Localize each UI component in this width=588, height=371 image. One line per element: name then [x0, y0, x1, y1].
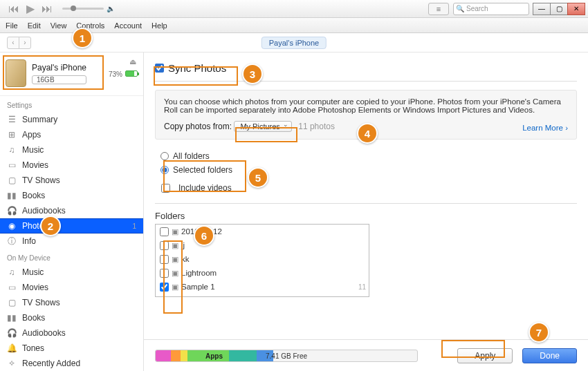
- sidebar-item-label: Books: [22, 313, 45, 323]
- device-item-music[interactable]: ♫Music: [0, 265, 143, 280]
- folder-row[interactable]: ▣ jj: [156, 238, 369, 252]
- list-view-button[interactable]: ≡: [428, 3, 449, 15]
- sidebar-item-music[interactable]: ♫Music: [0, 142, 143, 158]
- storage-free-label: 7.41 GB Free: [266, 350, 307, 362]
- sidebar-item-movies[interactable]: ▭Movies: [0, 158, 143, 173]
- device-item-tv-shows[interactable]: ▢TV Shows: [0, 295, 143, 310]
- sidebar-icon: ▭: [7, 283, 17, 292]
- window-close-button[interactable]: ✕: [567, 3, 585, 15]
- prev-track-button[interactable]: ⏮: [7, 3, 21, 15]
- folder-checkbox[interactable]: [160, 269, 169, 278]
- learn-more-link[interactable]: Learn More ›: [522, 124, 568, 132]
- sidebar-item-label: Music: [22, 145, 44, 155]
- folder-name: jj: [181, 241, 185, 249]
- apply-button[interactable]: Apply: [457, 348, 513, 363]
- bottom-bar: Apps 7.41 GB Free Apply Done: [144, 339, 588, 371]
- annotation-badge-2: 2: [40, 216, 61, 236]
- photo-source-select[interactable]: My Pictures: [234, 121, 291, 132]
- play-button[interactable]: ▶: [24, 3, 37, 15]
- folder-checkbox[interactable]: [160, 241, 169, 250]
- sidebar-item-info[interactable]: ⓘInfo: [0, 234, 143, 249]
- annotation-badge-5: 5: [248, 167, 268, 188]
- sidebar-item-books[interactable]: ▮▮Books: [0, 188, 143, 203]
- sidebar-item-summary[interactable]: ☰Summary: [0, 112, 143, 127]
- folder-checkbox[interactable]: [160, 283, 169, 292]
- device-item-books[interactable]: ▮▮Books: [0, 310, 143, 325]
- menu-file[interactable]: File: [6, 21, 18, 30]
- title-bar: ⏮ ▶ ⏭ 🔈 ≡ 🔍 Search — ▢ ✕: [0, 0, 588, 18]
- annotation-badge-6: 6: [194, 225, 214, 246]
- include-videos-checkbox[interactable]: [161, 184, 170, 193]
- sidebar-icon: ☰: [7, 115, 17, 124]
- menu-edit[interactable]: Edit: [28, 21, 41, 30]
- window-minimize-button[interactable]: —: [533, 3, 551, 15]
- selected-folders-radio[interactable]: [160, 166, 169, 174]
- sidebar-item-photos[interactable]: ◉Photos1: [0, 218, 143, 234]
- sidebar-icon: ▢: [7, 298, 17, 307]
- sidebar-item-label: TV Shows: [22, 175, 60, 185]
- storage-segment: [229, 350, 257, 361]
- eject-icon[interactable]: ⏏: [129, 57, 136, 66]
- next-track-button[interactable]: ⏭: [40, 3, 54, 15]
- folder-checkbox[interactable]: [160, 227, 169, 236]
- folder-row[interactable]: ▣ kk: [156, 252, 369, 266]
- folder-icon: ▣: [172, 227, 178, 236]
- volume-icon: 🔈: [107, 5, 115, 12]
- folder-checkbox[interactable]: [160, 255, 169, 264]
- folder-row[interactable]: ▣ 2016-07-12: [156, 225, 369, 238]
- battery-percent: 73%: [109, 70, 122, 78]
- device-item-audiobooks[interactable]: 🎧Audiobooks: [0, 325, 143, 341]
- folder-row[interactable]: ▣ Lightroom: [156, 266, 369, 280]
- all-folders-radio[interactable]: [160, 152, 169, 160]
- sync-photos-checkbox[interactable]: [155, 64, 164, 73]
- sidebar-header-settings: Settings: [0, 96, 143, 112]
- folders-header: Folders: [155, 211, 577, 221]
- volume-slider[interactable]: 🔈: [62, 5, 115, 12]
- selected-folders-label: Selected folders: [173, 165, 232, 175]
- sidebar-item-label: Recently Added: [22, 359, 80, 368]
- done-button[interactable]: Done: [522, 348, 577, 363]
- sidebar-item-label: Audiobooks: [22, 206, 66, 216]
- storage-segment: [171, 350, 181, 361]
- sidebar-item-label: Summary: [22, 115, 57, 124]
- folder-icon: ▣: [172, 241, 178, 250]
- folder-row[interactable]: ▣ Sample 111: [156, 280, 369, 294]
- annotation-badge-1: 1: [72, 28, 93, 48]
- sidebar-header-on-device: On My Device: [0, 249, 143, 265]
- sidebar-icon: ♫: [7, 267, 17, 277]
- sidebar-icon: ▮▮: [7, 313, 17, 323]
- folder-name: Sample 1: [181, 283, 215, 291]
- sidebar-icon: ⓘ: [7, 236, 17, 247]
- menu-help[interactable]: Help: [151, 21, 167, 30]
- search-input[interactable]: 🔍 Search: [453, 3, 529, 15]
- back-button[interactable]: ‹: [7, 37, 19, 49]
- sidebar-item-tv-shows[interactable]: ▢TV Shows: [0, 173, 143, 188]
- sidebar-item-label: Movies: [22, 283, 48, 292]
- storage-bar: Apps 7.41 GB Free: [155, 350, 418, 362]
- menu-view[interactable]: View: [50, 21, 67, 30]
- search-icon: 🔍: [456, 5, 464, 12]
- sidebar-icon: 🎧: [7, 328, 17, 338]
- folders-list[interactable]: ▣ 2016-07-12 ▣ jj ▣ kk ▣ Lightroom ▣ Sam…: [155, 224, 369, 297]
- sidebar-icon: 🔔: [7, 343, 17, 353]
- device-card[interactable]: Payal's iPhone 16GB ⏏ 73%: [0, 53, 143, 96]
- device-name: Payal's iPhone: [32, 63, 86, 73]
- device-item-tones[interactable]: 🔔Tones: [0, 341, 143, 356]
- sidebar-item-label: TV Shows: [22, 298, 60, 307]
- storage-apps-label: Apps: [205, 350, 223, 362]
- device-item-recently-added[interactable]: ✧Recently Added: [0, 356, 143, 371]
- device-chip[interactable]: Payal's iPhone: [261, 37, 327, 49]
- copy-from-label: Copy photos from:: [164, 122, 232, 131]
- forward-button[interactable]: ›: [19, 37, 31, 49]
- sidebar-count: 1: [132, 222, 136, 230]
- annotation-badge-4: 4: [357, 123, 378, 144]
- menu-account[interactable]: Account: [114, 21, 142, 30]
- sidebar-icon: ◉: [7, 221, 17, 231]
- storage-segment: [181, 350, 187, 361]
- window-maximize-button[interactable]: ▢: [550, 3, 568, 15]
- sidebar-item-audiobooks[interactable]: 🎧Audiobooks: [0, 203, 143, 218]
- sidebar-item-label: Audiobooks: [22, 328, 66, 338]
- sidebar-item-apps[interactable]: ⊞Apps: [0, 127, 143, 142]
- device-item-movies[interactable]: ▭Movies: [0, 280, 143, 295]
- sidebar-item-label: Music: [22, 267, 44, 277]
